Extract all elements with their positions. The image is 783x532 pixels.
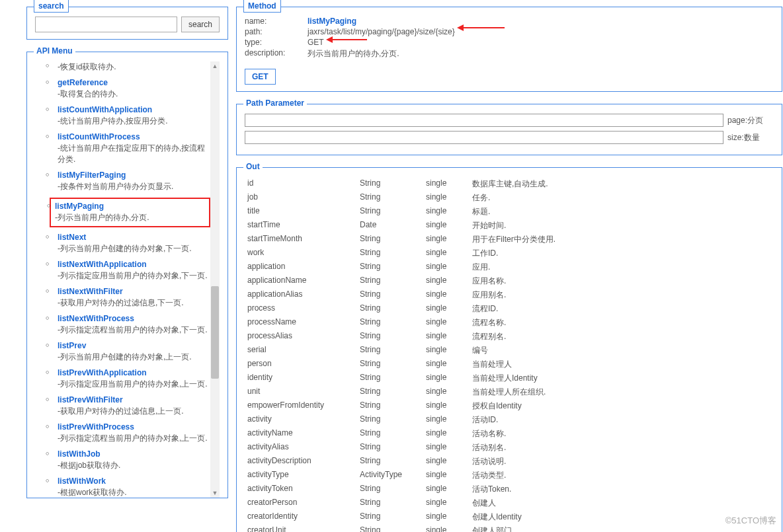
search-title: search [34, 0, 69, 13]
execute-get-button[interactable]: GET [245, 69, 276, 85]
api-menu-link[interactable]: getReference [58, 78, 209, 87]
api-menu-link[interactable]: listPrevWithFilter [58, 395, 209, 404]
out-cell: 流程ID. [470, 303, 774, 315]
api-menu-link[interactable]: listNextWithProcess [58, 314, 209, 323]
out-cell: String [357, 192, 423, 204]
menu-cut-desc: -恢复id获取待办. [58, 61, 209, 73]
out-cell: String [357, 289, 423, 301]
api-menu-item[interactable]: listNextWithApplication-列示指定应用当前用户的待办对象,… [58, 260, 209, 282]
search-input[interactable] [35, 17, 177, 32]
api-menu-link[interactable]: listWithWork [58, 476, 209, 486]
out-cell: single [423, 386, 470, 399]
api-menu-link[interactable]: listPrev [58, 341, 209, 350]
menu-scrollbar[interactable]: ▲ ▼ [210, 61, 220, 498]
out-cell: single [423, 414, 470, 426]
api-menu-item[interactable]: listNext-列示当前用户创建的待办对象,下一页. [58, 233, 209, 254]
method-panel: Method name: listMyPaging path: jaxrs/ta… [236, 7, 782, 92]
out-cell: 活动别名. [470, 441, 774, 454]
out-cell: String [357, 344, 423, 357]
out-row: processStringsingle流程ID. [245, 302, 774, 316]
out-cell: work [245, 247, 357, 260]
api-menu-item[interactable]: getReference-取得复合的待办. [58, 78, 209, 100]
out-row: creatorPersonStringsingle创建人 [245, 496, 774, 510]
out-cell: String [357, 303, 423, 315]
api-menu-item[interactable]: listWithJob-根据job获取待办. [58, 449, 209, 471]
out-cell: process [245, 303, 357, 315]
out-cell: single [423, 233, 470, 246]
param-page-input[interactable] [245, 114, 723, 127]
out-row: activityDescriptionStringsingle活动说明. [245, 455, 774, 469]
api-menu-link[interactable]: listPrevWithApplication [58, 368, 209, 377]
api-menu-item[interactable]: listCountWithApplication-统计当前用户待办,按应用分类. [58, 105, 209, 127]
out-cell: 流程名称. [470, 317, 774, 329]
out-cell: single [423, 372, 470, 385]
search-button[interactable]: search [181, 17, 220, 32]
out-cell: job [245, 192, 357, 204]
method-path-value: jaxrs/task/list/my/paging/{page}/size/{s… [308, 27, 455, 36]
api-menu-item[interactable]: listPrevWithFilter-获取用户对待办的过滤信息,上一页. [58, 395, 209, 417]
api-menu-item[interactable]: listWithWork-根据work获取待办. [58, 476, 209, 498]
api-menu-item[interactable]: listMyPaging-列示当前用户的待办,分页. [50, 198, 210, 227]
api-menu-desc: -列示当前用户创建的待办对象,上一页. [58, 352, 209, 363]
api-menu-item[interactable]: listNextWithProcess-列示指定流程当前用户的待办对象,下一页. [58, 314, 209, 336]
api-menu-link[interactable]: listWithJob [58, 449, 209, 459]
out-cell: 标题. [470, 206, 774, 218]
method-type-label: type: [245, 38, 308, 47]
out-title: Out [243, 162, 263, 171]
out-row: startTimeMonthStringsingle用于在Filter中分类使用… [245, 233, 774, 247]
out-cell: 应用别名. [470, 289, 774, 301]
scroll-down-icon[interactable]: ▼ [210, 488, 220, 498]
out-cell: single [423, 247, 470, 260]
out-row: workStringsingle工作ID. [245, 247, 774, 260]
out-cell: activityToken [245, 483, 357, 496]
method-path-label: path: [245, 27, 308, 36]
scroll-thumb[interactable] [211, 286, 219, 379]
out-cell: single [423, 455, 470, 468]
api-menu-link[interactable]: listNextWithApplication [58, 260, 209, 269]
out-table: idStringsingle数据库主键,自动生成.jobStringsingle… [245, 177, 774, 532]
out-cell: 应用. [470, 261, 774, 274]
api-menu-list: -恢复id获取待办. getReference-取得复合的待办.listCoun… [35, 61, 220, 498]
out-cell: single [423, 525, 470, 532]
api-menu-link[interactable]: listMyFilterPaging [58, 171, 209, 180]
api-menu-item[interactable]: listPrevWithProcess-列示指定流程当前用户的待办对象,上一页. [58, 422, 209, 444]
out-cell: single [423, 178, 470, 190]
api-menu-item[interactable]: listNextWithFilter-获取用户对待办的过滤信息,下一页. [58, 287, 209, 309]
out-cell: single [423, 483, 470, 496]
out-cell: application [245, 261, 357, 274]
api-menu-item[interactable]: listCountWithProcess-统计当前用户在指定应用下的待办,按流程… [58, 132, 209, 165]
out-cell: single [423, 317, 470, 329]
api-menu-item[interactable]: listPrevWithApplication-列示指定应用当前用户的待办对象,… [58, 368, 209, 390]
api-menu-link[interactable]: listNext [58, 233, 209, 242]
out-cell: creatorUnit [245, 525, 357, 532]
out-cell: 流程别名. [470, 330, 774, 343]
out-cell: String [357, 358, 423, 371]
api-menu-link[interactable]: listCountWithApplication [58, 105, 209, 114]
api-menu-desc: -统计当前用户在指定应用下的待办,按流程分类. [58, 143, 209, 165]
scroll-up-icon[interactable]: ▲ [210, 61, 220, 71]
out-cell: single [423, 303, 470, 315]
api-menu-desc: -根据work获取待办. [58, 487, 209, 498]
out-cell: 授权自Identity [470, 400, 774, 412]
param-size-input[interactable] [245, 131, 723, 144]
out-cell: title [245, 206, 357, 218]
method-name-value: listMyPaging [308, 17, 356, 26]
out-row: activityTokenStringsingle活动Token. [245, 482, 774, 496]
out-cell: String [357, 428, 423, 440]
arrow-annotation-icon [327, 39, 367, 40]
out-cell: activity [245, 414, 357, 426]
out-cell: String [357, 386, 423, 399]
api-menu-link[interactable]: listMyPaging [55, 202, 205, 211]
out-cell: empowerFromIdentity [245, 400, 357, 412]
out-row: jobStringsingle任务. [245, 191, 774, 205]
api-menu-item[interactable]: listPrev-列示当前用户创建的待办对象,上一页. [58, 341, 209, 363]
api-menu-item[interactable]: listMyFilterPaging-按条件对当前用户待办分页显示. [58, 171, 209, 192]
out-cell: String [357, 247, 423, 260]
out-cell: 工作ID. [470, 247, 774, 260]
out-cell: String [357, 400, 423, 412]
api-menu-link[interactable]: listCountWithProcess [58, 132, 209, 141]
api-menu-link[interactable]: listNextWithFilter [58, 287, 209, 296]
api-menu-link[interactable]: listPrevWithProcess [58, 422, 209, 432]
out-cell: 应用名称. [470, 275, 774, 287]
api-menu-desc: -列示指定流程当前用户的待办对象,上一页. [58, 433, 209, 444]
